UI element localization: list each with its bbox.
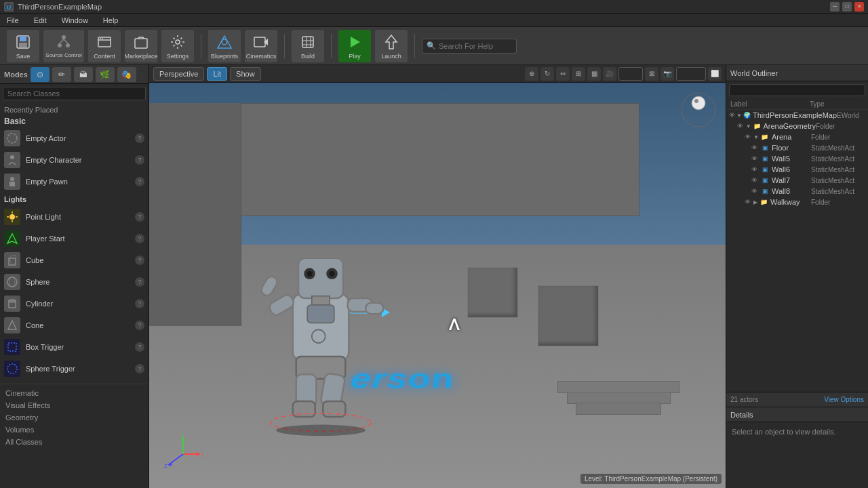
wo-item-arena-geometry[interactable]: 👁 ▼ 📁 ArenaGeometry Folder [726,121,868,131]
box-trigger-help[interactable]: ? [135,342,144,352]
mode-btn-geometry[interactable]: 🎭 [117,67,136,82]
translate-btn[interactable]: ⊕ [525,67,538,81]
menu-file[interactable]: File [4,16,22,24]
category-cinematic[interactable]: Cinematic [0,387,149,399]
menu-help[interactable]: Help [100,16,121,24]
category-all-classes[interactable]: All Classes [0,436,149,448]
blueprints-button[interactable]: Blueprints [208,30,241,62]
eye-icon-arena[interactable]: 👁 [743,132,752,142]
panel-item-empty-actor[interactable]: Empty Actor ? [0,127,149,149]
wo-search-input[interactable] [729,84,865,96]
panel-item-cone[interactable]: Cone ? [0,314,149,336]
settings-button[interactable]: Settings [161,30,194,62]
eye-icon-floor[interactable]: 👁 [749,143,759,152]
view-options-btn[interactable]: View Options [824,396,864,403]
wo-item-floor[interactable]: 👁 ▣ Floor StaticMeshAct [726,142,868,153]
wo-item-wall8[interactable]: 👁 ▣ Wall8 StaticMeshAct [726,186,868,197]
category-lights[interactable]: Lights [0,192,149,206]
class-search-input[interactable] [3,87,146,100]
wo-item-world[interactable]: 👁 ▼ 🌍 ThirdPersonExampleMap EWorld [726,110,868,121]
svg-rect-20 [302,37,313,47]
marketplace-button[interactable]: Marketplace [125,30,157,62]
toolbar-sep-1 [201,34,201,58]
camera-speed-btn[interactable]: 🎥 [603,67,616,81]
category-volumes[interactable]: Volumes [0,424,149,436]
show-btn[interactable]: Show [230,67,261,81]
help-search[interactable]: 🔍 [422,39,517,54]
wo-item-wall6[interactable]: 👁 ▣ Wall6 StaticMeshAct [726,164,868,175]
svg-point-64 [276,425,366,436]
wo-item-wall7[interactable]: 👁 ▣ Wall7 StaticMeshAct [726,175,868,186]
mode-btn-place[interactable]: ⊙ [31,67,50,82]
category-visual-effects[interactable]: Visual Effects [0,399,149,411]
panel-item-cube[interactable]: Cube ? [0,249,149,271]
minimize-btn[interactable]: ─ [830,2,840,12]
launch-button[interactable]: Launch [375,30,408,62]
svg-point-66 [692,96,705,110]
panel-item-empty-pawn[interactable]: Empty Pawn ? [0,171,149,192]
help-search-input[interactable] [439,42,512,50]
cone-help[interactable]: ? [135,321,144,330]
eye-icon-world[interactable]: 👁 [729,110,735,120]
surface-snap-btn[interactable]: ▦ [587,67,601,81]
content-button[interactable]: Content [88,30,121,62]
wo-item-walkway[interactable]: 👁 ▶ 📁 Walkway Folder [726,197,868,207]
world-local-btn[interactable]: ⊞ [572,67,585,81]
build-button[interactable]: Build [292,30,324,62]
save-button[interactable]: Save [7,30,39,62]
panel-item-cylinder[interactable]: Cylinder ? [0,293,149,314]
wo-columns: Label Type [726,99,868,110]
point-light-help[interactable]: ? [135,212,144,222]
wo-search-bar [726,81,868,99]
wo-tree: 👁 ▼ 🌍 ThirdPersonExampleMap EWorld 👁 ▼ 📁… [726,110,868,392]
lit-btn[interactable]: Lit [207,67,227,81]
panel-item-point-light[interactable]: Point Light ? [0,206,149,228]
folder-icon-walkway: 📁 [759,197,768,207]
wo-item-arena[interactable]: 👁 ▼ 📁 Arena Folder [726,131,868,142]
cinematics-button[interactable]: Cinematics [245,30,277,62]
maximize-btn[interactable]: □ [842,2,852,12]
empty-actor-help[interactable]: ? [135,134,144,143]
sphere-help[interactable]: ? [135,277,144,287]
perspective-btn[interactable]: Perspective [153,67,204,81]
viewport-content[interactable]: erson Ʌ [149,83,726,488]
cube-help[interactable]: ? [135,256,144,265]
mode-btn-paint[interactable]: ✏ [52,67,71,82]
svg-marker-16 [218,36,231,48]
eye-icon-wall7[interactable]: 👁 [749,176,759,185]
camera-icon[interactable]: 📷 [660,67,674,81]
eye-icon-walkway[interactable]: 👁 [743,197,752,207]
panel-item-box-trigger[interactable]: Box Trigger ? [0,336,149,358]
menu-window[interactable]: Window [59,16,91,24]
empty-pawn-help[interactable]: ? [135,177,144,186]
mode-btn-foliage[interactable]: 🌿 [96,67,115,82]
eye-icon-arena-geo[interactable]: 👁 [736,121,745,131]
category-geometry[interactable]: Geometry [0,411,149,424]
sphere-trigger-help[interactable]: ? [135,364,144,373]
cylinder-help[interactable]: ? [135,299,144,308]
viewport-toolbar: Perspective Lit Show ⊕ ↻ ⇔ ⊞ ▦ 🎥 10 ⊠ 📷 … [149,65,726,83]
scale-btn[interactable]: ⇔ [556,67,570,81]
rotate-btn[interactable]: ↻ [540,67,554,81]
eye-icon-wall6[interactable]: 👁 [749,165,759,174]
player-start-help[interactable]: ? [135,234,144,243]
panel-item-empty-character[interactable]: Empty Character ? [0,149,149,171]
source-control-button[interactable]: Source Control [43,30,84,62]
panel-item-player-start[interactable]: Player Start ? [0,228,149,249]
grid-size-input[interactable]: 10 [618,67,643,81]
close-btn[interactable]: ✕ [854,2,864,12]
panel-item-sphere-trigger[interactable]: Sphere Trigger ? [0,358,149,380]
scale-input[interactable]: 0.25 [676,67,706,81]
maximize-viewport-btn[interactable]: ⬜ [708,67,722,81]
empty-actor-label: Empty Actor [26,134,130,142]
empty-character-help[interactable]: ? [135,155,144,165]
grid-snap-icon[interactable]: ⊠ [645,67,658,81]
eye-icon-wall8[interactable]: 👁 [749,186,759,196]
panel-item-sphere[interactable]: Sphere ? [0,271,149,293]
svg-rect-52 [268,293,296,317]
menu-edit[interactable]: Edit [31,16,50,24]
wo-item-wall5[interactable]: 👁 ▣ Wall5 StaticMeshAct [726,153,868,164]
play-button[interactable]: Play [338,30,371,62]
eye-icon-wall5[interactable]: 👁 [749,154,759,163]
mode-btn-landscape[interactable]: 🏔 [74,67,93,82]
